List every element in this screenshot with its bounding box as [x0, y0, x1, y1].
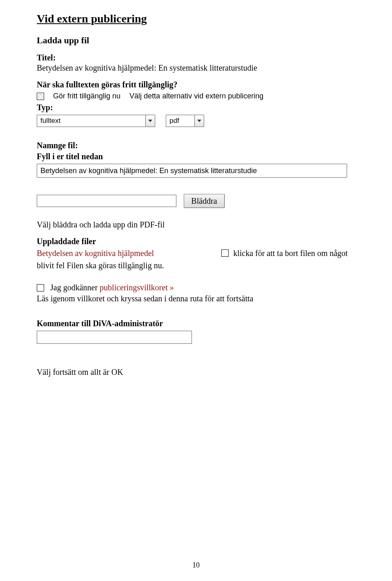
final-note: Välj fortsätt om allt är OK [37, 367, 363, 377]
chevron-down-icon [194, 115, 204, 127]
chevron-down-icon [145, 115, 155, 127]
format-dropdown-value: pdf [169, 117, 194, 125]
delete-hint: klicka för att ta bort filen om något [233, 249, 347, 258]
svg-marker-0 [148, 120, 152, 122]
delete-file-checkbox[interactable] [221, 249, 229, 257]
consent-checkbox[interactable] [37, 284, 44, 292]
radio-dot-icon [38, 94, 42, 98]
titel-label: Titel: [37, 53, 363, 62]
uploaded-heading: Uppladdade filer [37, 237, 363, 246]
type-dropdown[interactable]: fulltext [37, 115, 155, 127]
uploaded-file-link[interactable]: Betydelsen av kognitiva hjälpmedel [37, 249, 154, 258]
make-available-hint: Välj detta alternativ vid extern publice… [129, 92, 263, 100]
file-path-input[interactable] [37, 195, 176, 207]
comment-input[interactable] [37, 331, 192, 344]
svg-marker-1 [197, 120, 201, 122]
titel-value: Betydelsen av kognitiva hjälpmedel: En s… [37, 63, 363, 73]
make-available-checkbox[interactable] [37, 93, 44, 100]
namnge-label: Namnge fil: [37, 141, 363, 150]
comment-heading: Kommentar till DiVA-administratör [37, 319, 363, 328]
make-available-label: Gör fritt tillgänglig nu [53, 92, 120, 100]
publishing-terms-link[interactable]: publiceringsvillkoret » [100, 283, 174, 292]
page-number: 10 [192, 561, 200, 570]
filename-input[interactable] [37, 164, 347, 178]
consent-note: Läs igenom villkoret och kryssa sedan i … [37, 294, 363, 303]
upload-heading: Ladda upp fil [37, 35, 363, 46]
format-dropdown[interactable]: pdf [166, 115, 204, 127]
uploaded-tail: blivit fel Filen ska göras tillgänglig n… [37, 261, 164, 270]
namnge-sub: Fyll i er titel nedan [37, 152, 363, 161]
browse-note: Välj bläddra och ladda upp din PDF-fil [37, 220, 363, 229]
fulltext-question: När ska fulltexten göras fritt tillgängl… [37, 80, 363, 89]
browse-button[interactable]: Bläddra [184, 194, 225, 208]
consent-text-a: Jag godkänner [50, 283, 100, 292]
page-title: Vid extern publicering [37, 12, 363, 25]
type-dropdown-value: fulltext [40, 117, 145, 125]
type-label: Typ: [37, 103, 363, 112]
